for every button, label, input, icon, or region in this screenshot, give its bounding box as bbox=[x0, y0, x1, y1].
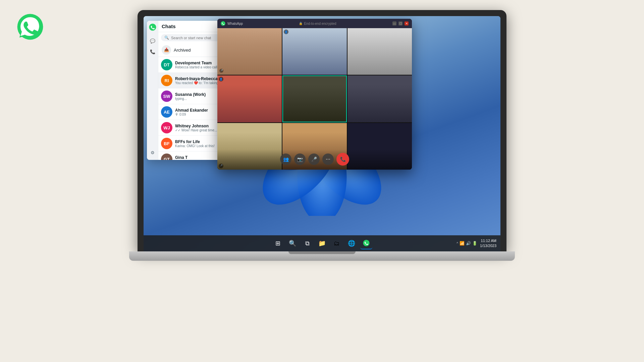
system-tray: ^ 📶 🔊 🔋 bbox=[457, 241, 477, 246]
end-call-icon: 📞 bbox=[340, 157, 346, 162]
chat-name: BFFs for Life bbox=[175, 139, 200, 144]
chat-name: Ahmad Eskander bbox=[175, 108, 208, 113]
mute-icon: 🎤 bbox=[311, 157, 317, 162]
more-options-button[interactable]: ⋯ bbox=[322, 154, 334, 165]
person-video-4: 👤 bbox=[217, 75, 282, 122]
laptop-screen: RI Robert-Inaya-Rebc... Robert Harris, R… bbox=[144, 16, 500, 251]
sidebar-nav: 💬 📞 ⚙ bbox=[147, 21, 158, 160]
volume-icon[interactable]: 🔊 bbox=[466, 241, 471, 246]
nav-settings-icon[interactable]: ⚙ bbox=[148, 148, 157, 157]
video-cell-1: 🎤 bbox=[217, 28, 282, 75]
archived-label: Archived bbox=[174, 48, 191, 53]
more-icon: ⋯ bbox=[326, 157, 330, 162]
laptop-hinge bbox=[288, 251, 356, 254]
vc-title-center: 🔒 End-to-end encrypted bbox=[299, 22, 336, 25]
mute-button[interactable]: 🎤 bbox=[308, 154, 320, 165]
video-cell-5 bbox=[282, 75, 347, 122]
taskbar-center: ⊞ 🔍 ⧉ 📁 🗂 🌐 bbox=[272, 237, 372, 249]
chat-name: Susanna (Work) bbox=[175, 92, 206, 97]
chat-name: Development Team bbox=[175, 61, 212, 65]
laptop-base bbox=[129, 251, 515, 261]
video-grid: 🎤 👤 👤 bbox=[217, 28, 412, 170]
task-view-button[interactable]: ⧉ bbox=[301, 237, 313, 249]
vc-titlebar: WhatsApp 🔒 End-to-end encrypted — ☐ ✕ bbox=[217, 19, 412, 28]
participants-icon: 👥 bbox=[283, 157, 289, 162]
avatar: DT bbox=[161, 59, 172, 70]
taskbar-date-display: 1/13/2023 bbox=[480, 243, 496, 248]
person-video-1: 🎤 bbox=[217, 28, 282, 75]
whatsapp-taskbar-button[interactable] bbox=[360, 237, 372, 249]
camera-button[interactable]: 📷 bbox=[294, 154, 306, 165]
participants-button[interactable]: 👥 bbox=[280, 154, 291, 165]
avatar: AE bbox=[161, 106, 172, 118]
participant-indicator-4: 👤 bbox=[219, 77, 223, 81]
avatar: RI bbox=[161, 75, 172, 86]
search-icon: 🔍 bbox=[164, 36, 169, 40]
vc-title-left: WhatsApp bbox=[221, 21, 243, 26]
files-button[interactable]: 🗂 bbox=[331, 237, 343, 249]
avatar: WJ bbox=[161, 122, 172, 133]
vc-controls: 👥 📷 🎤 ⋯ 📞 bbox=[280, 153, 349, 166]
person-video-2: 👤 bbox=[282, 28, 347, 75]
close-button[interactable]: ✕ bbox=[405, 21, 409, 25]
laptop-container: RI Robert-Inaya-Rebc... Robert Harris, R… bbox=[50, 10, 594, 355]
nav-calls-icon[interactable]: 📞 bbox=[148, 47, 157, 56]
vc-window-controls: — ☐ ✕ bbox=[392, 21, 409, 25]
laptop-bezel: RI Robert-Inaya-Rebc... Robert Harris, R… bbox=[138, 10, 506, 251]
search-taskbar-button[interactable]: 🔍 bbox=[286, 237, 299, 249]
wa-logo-small bbox=[149, 23, 156, 32]
start-button[interactable]: ⊞ bbox=[272, 237, 284, 249]
chat-name: Gina T bbox=[175, 155, 187, 160]
vc-status: End-to-end encrypted bbox=[304, 22, 336, 25]
taskbar-right: ^ 📶 🔊 🔋 11:12 AM 1/13/2023 bbox=[457, 238, 496, 249]
whatsapp-logo-topleft bbox=[17, 13, 44, 40]
taskbar: ⊞ 🔍 ⧉ 📁 🗂 🌐 ^ � bbox=[144, 235, 500, 251]
taskbar-time-display: 11:12 AM bbox=[480, 238, 496, 243]
avatar: BF bbox=[161, 138, 172, 149]
avatar: GT bbox=[161, 154, 172, 160]
chat-name: Whitney Johnson bbox=[175, 124, 209, 128]
nav-chats-icon[interactable]: 💬 bbox=[148, 36, 157, 46]
end-call-button[interactable]: 📞 bbox=[336, 153, 349, 166]
minimize-button[interactable]: — bbox=[392, 21, 396, 25]
archived-icon: 📥 bbox=[162, 45, 171, 55]
person-video-5 bbox=[282, 75, 347, 122]
chevron-up-icon[interactable]: ^ bbox=[457, 242, 458, 245]
battery-icon[interactable]: 🔋 bbox=[472, 241, 477, 246]
taskbar-clock[interactable]: 11:12 AM 1/13/2023 bbox=[480, 238, 496, 249]
video-cell-2: 👤 bbox=[282, 28, 347, 75]
explorer-button[interactable]: 📁 bbox=[316, 237, 328, 249]
vc-app-title: WhatsApp bbox=[227, 22, 243, 25]
chat-name: Robert-Inaya-Rebecca bbox=[175, 76, 218, 81]
svg-point-12 bbox=[363, 240, 369, 246]
video-cell-3 bbox=[347, 28, 412, 75]
wifi-icon[interactable]: 📶 bbox=[460, 241, 465, 246]
svg-point-11 bbox=[221, 21, 225, 25]
video-cell-6 bbox=[347, 75, 412, 122]
maximize-button[interactable]: ☐ bbox=[398, 21, 402, 25]
person-video-6 bbox=[347, 75, 412, 122]
video-call-window: WhatsApp 🔒 End-to-end encrypted — ☐ ✕ bbox=[217, 19, 412, 170]
camera-icon: 📷 bbox=[297, 157, 303, 162]
chats-title: Chats bbox=[162, 23, 176, 29]
mic-indicator-1: 🎤 bbox=[219, 69, 223, 73]
edge-button[interactable]: 🌐 bbox=[345, 237, 358, 249]
person-video-3 bbox=[347, 28, 412, 75]
participant-indicator-2: 👤 bbox=[284, 29, 288, 34]
avatar: SW bbox=[161, 90, 172, 102]
video-cell-4: 👤 bbox=[217, 75, 282, 122]
svg-point-10 bbox=[149, 23, 156, 31]
